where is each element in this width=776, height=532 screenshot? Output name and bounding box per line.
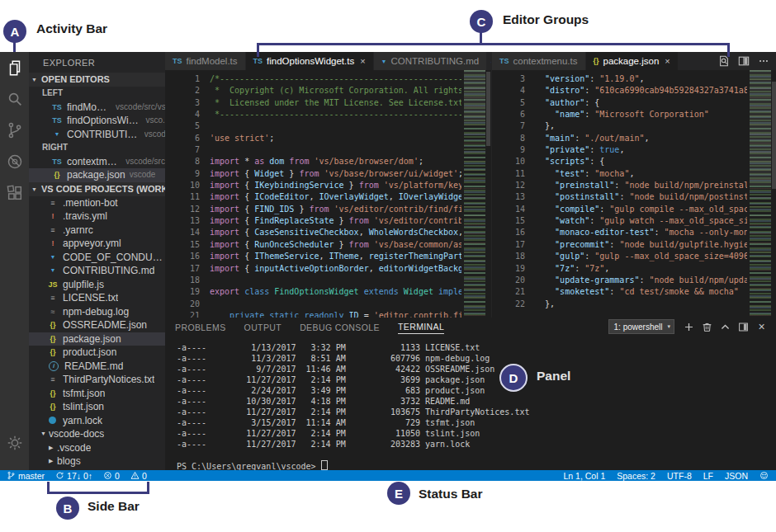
token: import <box>210 157 244 166</box>
tree-item[interactable]: ≡ThirdPartyNotices.txt <box>29 373 165 387</box>
tree-item[interactable]: {}OSSREADME.json <box>29 318 165 332</box>
tree-item[interactable]: ▶.vscode <box>29 441 165 455</box>
tree-item[interactable]: {}product.json <box>29 346 165 360</box>
status-master[interactable]: master <box>7 471 45 481</box>
tree-item[interactable]: !.travis.yml <box>29 210 165 224</box>
token: : <box>575 264 584 273</box>
minimap-left[interactable] <box>464 70 485 318</box>
tree-item[interactable]: {}tslint.json <box>29 400 165 414</box>
minimap-right[interactable] <box>750 70 771 318</box>
tab-contextmenu.ts[interactable]: TScontextmenu.ts <box>492 52 586 70</box>
token: 'vs/platform/keybinding/common/keybindin… <box>384 181 461 190</box>
split-editor-icon[interactable] <box>736 52 752 70</box>
trash-icon[interactable] <box>699 318 715 335</box>
status-17-0-[interactable]: 17↓ 0↑ <box>55 471 92 481</box>
tree-item[interactable]: {}tsfmt.json <box>29 387 165 401</box>
plus-icon[interactable] <box>681 318 697 335</box>
activity-extensions-icon[interactable] <box>0 177 29 209</box>
open-editor-item[interactable]: TSfindModel.tsvscode/src/vs/... <box>29 101 165 115</box>
tree-item[interactable]: ≡LICENSE.txt <box>29 291 165 305</box>
tree-item[interactable]: iREADME.md <box>29 360 165 374</box>
panel-tab-terminal[interactable]: TERMINAL <box>398 319 444 334</box>
open-editor-item[interactable]: TSfindOptionsWidget.tsvsco... <box>29 114 165 128</box>
editor-right[interactable]: 3 "version": "1.19.0",4 "distro": "610ca… <box>492 70 776 318</box>
token: : <box>639 275 649 285</box>
annotation-circle-c: C <box>470 10 493 33</box>
token: { <box>244 181 254 190</box>
terminal-selector[interactable]: 1: powershell▾ <box>608 319 674 334</box>
activity-source-control-icon[interactable] <box>0 115 29 146</box>
editor-left[interactable]: 1/*-------------------------------------… <box>165 70 491 318</box>
status-0[interactable]: 0 <box>103 471 120 481</box>
close-icon[interactable]: × <box>754 318 769 335</box>
tree-item[interactable]: {}package.json <box>29 332 165 346</box>
status-ln-1-col-1[interactable]: Ln 1, Col 1 <box>563 471 605 481</box>
close-icon[interactable]: × <box>665 56 670 66</box>
tree-item[interactable]: ≈npm-debug.log <box>29 305 165 319</box>
section-workspace[interactable]: ▼VS CODE PROJECTS (WORKSPACE) <box>29 182 165 196</box>
tree-item[interactable]: ▼CODE_OF_CONDUCT.md <box>29 251 165 265</box>
tree-item[interactable]: ▼CONTRIBUTING.md <box>29 264 165 278</box>
terminal[interactable]: -a---- 1/13/2017 3:32 PM 1133 LICENSE.tx… <box>177 342 768 470</box>
scrollbar-left[interactable] <box>485 70 491 318</box>
more-icon[interactable] <box>755 52 772 70</box>
tree-item[interactable]: JSgulpfile.js <box>29 278 165 292</box>
open-editor-item[interactable]: {}package.jsonvscode <box>29 168 165 182</box>
tab-CONTRIBUTING.md[interactable]: ▼CONTRIBUTING.md <box>374 52 488 70</box>
tree-item[interactable]: !appveyor.yml <box>29 237 165 251</box>
token: dom <box>269 157 289 166</box>
chevron-up-icon[interactable] <box>717 318 733 335</box>
line-number: 9 <box>165 168 210 180</box>
tab-label: findOptionsWidget.ts <box>267 56 354 66</box>
status-label: 0 <box>142 471 147 481</box>
tree-item[interactable]: yarn.lock <box>29 414 165 428</box>
open-editor-item[interactable]: TScontextmenu.tsvscode/src/... <box>29 155 165 169</box>
close-icon[interactable]: × <box>360 56 365 66</box>
status-smiley[interactable] <box>759 471 769 480</box>
status-0[interactable]: 0 <box>130 471 147 481</box>
token <box>535 275 555 285</box>
token: , <box>644 134 649 143</box>
chevron-down-icon: ▼ <box>31 73 37 87</box>
token: "smoketest" <box>555 287 609 296</box>
activity-debug-icon[interactable] <box>0 146 29 177</box>
code-line: 2 * Copyright (c) Microsoft Corporation.… <box>165 85 461 97</box>
line-number: 8 <box>492 133 535 144</box>
line-number: 4 <box>492 85 535 97</box>
tab-findOptionsWidget.ts[interactable]: TSfindOptionsWidget.ts× <box>246 52 374 70</box>
split-panel-icon[interactable] <box>736 318 751 335</box>
activity-search-icon[interactable] <box>0 83 29 115</box>
tab-label: package.json <box>603 56 660 66</box>
line-number: 9 <box>492 144 535 156</box>
token: , <box>319 252 329 261</box>
status-spaces-2[interactable]: Spaces: 2 <box>617 471 655 481</box>
token: "node build/npm/preinstall.js" <box>624 181 747 190</box>
tree-item[interactable]: ▶blogs <box>29 454 165 468</box>
chevron-right-icon: ▶ <box>49 454 57 468</box>
tree-item[interactable]: ▼vscode-docs <box>29 427 165 441</box>
tab-package.json[interactable]: {}package.json× <box>586 52 679 70</box>
open-editor-item[interactable]: ▼CONTRIBUTING.mdvscode <box>29 128 165 142</box>
panel-tab-debug-console[interactable]: DEBUG CONSOLE <box>300 320 380 334</box>
tree-item[interactable]: ≡.mention-bot <box>29 196 165 210</box>
status-lf[interactable]: LF <box>703 471 713 481</box>
panel-tab-problems[interactable]: PROBLEMS <box>175 320 226 334</box>
tab-findModel.ts[interactable]: TSfindModel.ts <box>165 52 246 70</box>
code-line: 1/*-------------------------------------… <box>165 73 461 85</box>
token: "postinstall" <box>555 192 619 201</box>
status-label: 17↓ 0↑ <box>67 471 92 481</box>
status-utf-8[interactable]: UTF-8 <box>667 471 692 481</box>
search-doc-icon[interactable] <box>716 52 732 70</box>
activity-explorer-icon[interactable] <box>0 52 29 83</box>
file-name: blogs <box>57 454 81 468</box>
status-json[interactable]: JSON <box>725 471 748 481</box>
section-open-editors[interactable]: ▼OPEN EDITORS <box>29 73 165 87</box>
tab-bar-left: TSfindModel.tsTSfindOptionsWidget.ts×▼CO… <box>165 52 491 70</box>
sync-icon <box>55 471 64 480</box>
panel-tab-output[interactable]: OUTPUT <box>244 320 282 334</box>
token: }, <box>535 121 555 130</box>
scrollbar-right[interactable] <box>771 70 776 318</box>
activity-settings-icon[interactable] <box>0 427 29 459</box>
tree-item[interactable]: ≡.yarnrc <box>29 224 165 238</box>
file-name: CONTRIBUTING.md <box>67 128 140 142</box>
